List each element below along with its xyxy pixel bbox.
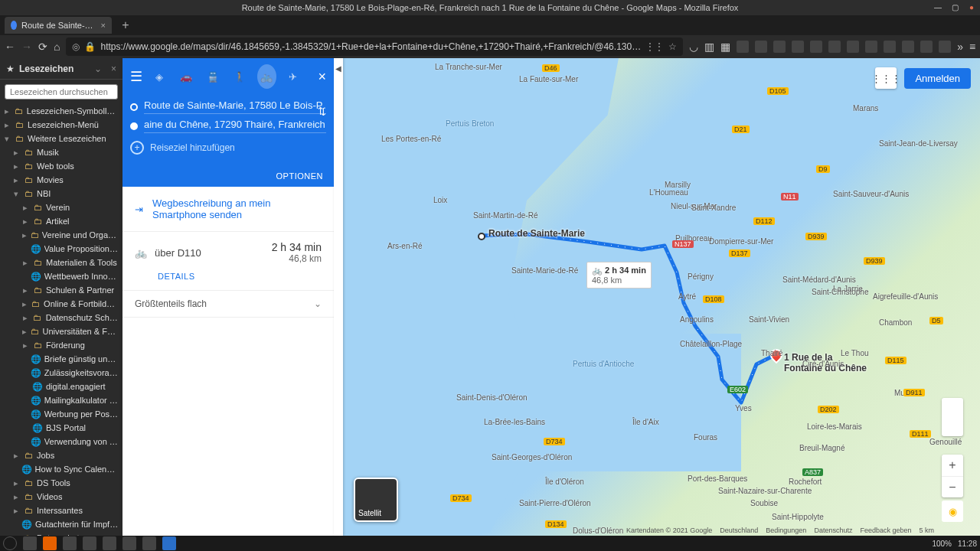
network-icon[interactable] <box>881 538 892 549</box>
close-window-button[interactable]: ● <box>966 2 977 12</box>
bookmark-item[interactable]: ▸🗀Artikel <box>0 214 122 228</box>
hamburger-menu-icon[interactable]: ≡ <box>969 39 975 54</box>
tray-icon[interactable] <box>864 538 875 549</box>
extension-icon[interactable] <box>792 41 804 53</box>
taskbar-writer-icon[interactable] <box>162 536 176 550</box>
sidebar-icon[interactable]: ▦ <box>720 39 730 54</box>
attrib-item[interactable]: Datenschutz <box>814 527 852 534</box>
bookmark-item[interactable]: ▸🗀Web tools <box>0 159 122 173</box>
reload-button[interactable]: ⟳ <box>38 39 47 54</box>
bookmark-item[interactable]: ▸🗀Schulen & Partner <box>0 283 122 297</box>
sidebar-dropdown-icon[interactable]: ⌄ <box>94 64 102 74</box>
bookmark-item[interactable]: ▾🗀Weitere Lesezeichen <box>0 132 122 145</box>
bookmark-item[interactable]: 🌐Mailingkalkulator | Lette… <box>0 393 122 407</box>
maximize-button[interactable]: ▢ <box>949 2 960 12</box>
attrib-item[interactable]: Bedingungen <box>766 527 806 534</box>
bookmark-item[interactable]: ▸🗀Förderung <box>0 338 122 352</box>
pegman-button[interactable]: ◉ <box>942 500 963 522</box>
attrib-item[interactable]: Kartendaten © 2021 Google <box>626 527 712 534</box>
bookmark-item[interactable]: ▸🗀Videos <box>0 490 122 504</box>
address-bar[interactable]: ◎ 🔒 https://www.google.de/maps/dir/46.18… <box>66 37 683 56</box>
library-icon[interactable]: ▥ <box>704 39 714 54</box>
forward-button[interactable]: → <box>21 39 32 54</box>
extension-icon[interactable] <box>737 41 749 53</box>
mode-walk-icon[interactable]: 🚶 <box>230 64 250 89</box>
extension-icon[interactable] <box>755 41 767 53</box>
extension-icon[interactable] <box>920 41 933 53</box>
bookmark-item[interactable]: ▸🗀Materialien & Tools <box>0 256 122 269</box>
route-result[interactable]: 🚲 über D110 2 h 34 min 46,8 km <box>122 232 334 267</box>
taskbar-mail-icon[interactable] <box>122 536 136 550</box>
elevation-summary[interactable]: Größtenteils flach ⌄ <box>122 290 334 318</box>
bookmark-item[interactable]: ▸🗀Datenschutz <box>0 531 122 536</box>
bookmark-item[interactable]: 🌐Zulässigkeitsvoraussetz… <box>0 366 122 380</box>
reader-icon[interactable]: ⋮⋮ <box>645 41 664 52</box>
extension-icon[interactable] <box>884 41 896 53</box>
mode-bike-icon[interactable]: 🚲 <box>257 64 276 89</box>
extension-icon[interactable] <box>810 41 822 53</box>
mode-flight-icon[interactable]: ✈ <box>284 64 303 89</box>
send-to-phone-button[interactable]: ⇥ Wegbeschreibung an mein Smartphone sen… <box>122 187 334 232</box>
bookmark-item[interactable]: 🌐Value Proposition Canva… <box>0 242 122 256</box>
google-apps-icon[interactable]: ⋮⋮⋮ <box>875 67 897 89</box>
origin-input[interactable]: Route de Sainte-Marie, 17580 Le Bois-P… <box>144 99 326 114</box>
route-info-badge[interactable]: 🚲 2 h 34 min 46,8 km <box>586 262 652 289</box>
bookmark-star-icon[interactable]: ☆ <box>668 41 677 52</box>
start-menu-icon[interactable] <box>3 536 17 550</box>
attrib-item[interactable]: Feedback geben <box>860 527 911 534</box>
taskbar-app-icon[interactable] <box>103 536 116 550</box>
attrib-item[interactable]: Deutschland <box>720 527 758 534</box>
bookmark-item[interactable]: ▸🗀Vereine und Organisatio… <box>0 228 122 242</box>
mode-recommended-icon[interactable]: ◈ <box>150 64 169 89</box>
bookmarks-search-input[interactable] <box>5 84 118 99</box>
bookmark-item[interactable]: ▸🗀Movies <box>0 173 122 187</box>
sidebar-close-icon[interactable]: × <box>111 64 116 74</box>
tab-current[interactable]: Route de Sainte-Marie, 175… × <box>5 17 112 34</box>
satellite-toggle[interactable]: Satellit <box>354 478 398 522</box>
bookmark-item[interactable]: ▸🗀Lesezeichen-Symbolleiste <box>0 104 122 118</box>
volume-icon[interactable] <box>898 538 909 549</box>
menu-icon[interactable]: ☰ <box>130 68 142 85</box>
extension-icon[interactable] <box>902 41 914 53</box>
collapse-panel-button[interactable]: ◀ <box>334 58 343 536</box>
add-stop-button[interactable]: + Reiseziel hinzufügen <box>130 138 326 158</box>
route-options-button[interactable]: OPTIONEN <box>122 165 334 187</box>
bookmark-item[interactable]: ▸🗀Datenschutz Schule <box>0 311 122 324</box>
bookmark-item[interactable]: ▸🗀Jobs <box>0 448 122 462</box>
pocket-icon[interactable]: ◡ <box>689 39 698 54</box>
bookmark-item[interactable]: 🌐Verwendung von öffentl… <box>0 435 122 448</box>
route-details-button[interactable]: DETAILS <box>122 267 334 290</box>
mode-transit-icon[interactable]: 🚆 <box>204 64 223 89</box>
bookmark-item[interactable]: ▸🗀Verein <box>0 201 122 214</box>
mode-car-icon[interactable]: 🚗 <box>177 64 196 89</box>
bookmark-item[interactable]: ▸🗀Lesezeichen-Menü <box>0 118 122 132</box>
destination-input[interactable]: aine du Chêne, 17290 Thairé, Frankreich <box>144 119 326 133</box>
zoom-out-button[interactable]: − <box>942 476 963 497</box>
attrib-item[interactable]: 5 km <box>919 527 934 534</box>
origin-marker[interactable] <box>478 233 485 240</box>
bookmark-item[interactable]: 🌐digital.engagiert <box>0 380 122 393</box>
sign-in-button[interactable]: Anmelden <box>904 68 971 89</box>
bookmark-item[interactable]: 🌐Briefe günstig und einfa… <box>0 352 122 366</box>
taskbar-app-icon[interactable] <box>23 536 37 550</box>
bookmark-item[interactable]: ▸🗀Interssantes <box>0 504 122 517</box>
bookmark-item[interactable]: ▸🗀Online & Fortbildungen <box>0 297 122 311</box>
taskbar-app-icon[interactable] <box>142 536 156 550</box>
bookmark-item[interactable]: 🌐Gutachterin für Impfstoffe … <box>0 517 122 531</box>
back-button[interactable]: ← <box>5 39 15 54</box>
extension-icon[interactable] <box>773 41 786 53</box>
tray-icon[interactable] <box>848 538 858 549</box>
bookmark-item[interactable]: ▸🗀Universitäten & Forschun <box>0 324 122 338</box>
home-button[interactable]: ⌂ <box>54 39 60 54</box>
bookmark-item[interactable]: ▾🗀NBI <box>0 187 122 201</box>
new-tab-button[interactable]: + <box>116 16 135 34</box>
zoom-in-button[interactable]: + <box>942 455 963 476</box>
tab-close-icon[interactable]: × <box>101 21 106 30</box>
close-directions-icon[interactable]: × <box>318 69 326 85</box>
bookmark-item[interactable]: 🌐Werbung per Post versc… <box>0 407 122 421</box>
extension-icon[interactable] <box>939 41 951 53</box>
battery-icon[interactable] <box>915 538 926 549</box>
extension-icon[interactable] <box>865 41 877 53</box>
taskbar-files-icon[interactable] <box>83 536 96 550</box>
swap-waypoints-icon[interactable]: ⇅ <box>318 106 326 117</box>
